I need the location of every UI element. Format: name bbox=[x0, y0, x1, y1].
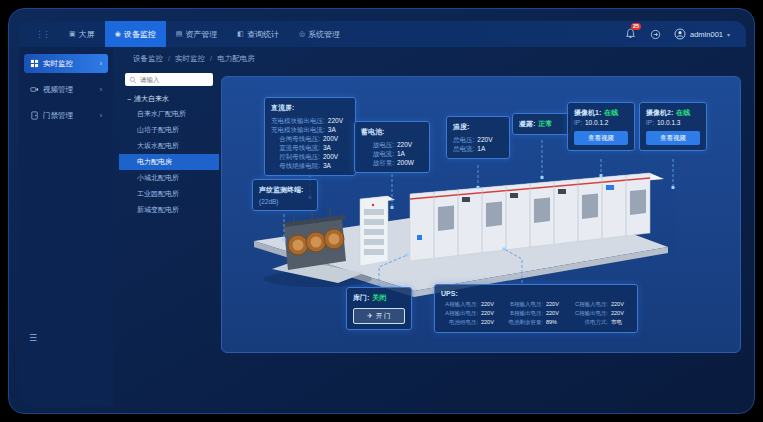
field-label: 充电模块输出电流: bbox=[271, 125, 325, 134]
tree-item[interactable]: 小城北配电所 bbox=[119, 170, 219, 186]
nav-item-system[interactable]: ◎ 系统管理 bbox=[289, 21, 350, 47]
caret-down-icon: ▾ bbox=[727, 31, 730, 38]
collapse-icon: − bbox=[127, 96, 131, 103]
field-value: 1A bbox=[397, 149, 423, 158]
status-badge: 正常 bbox=[538, 119, 552, 129]
user-menu[interactable]: admin001 ▾ bbox=[674, 28, 730, 40]
breadcrumb-item[interactable]: 设备监控 bbox=[133, 54, 163, 64]
notifications-button[interactable]: 25 bbox=[625, 28, 637, 40]
door-panel: 库门: 关闭 ✈ 开 门 bbox=[346, 287, 412, 330]
station-tree: − 浦大自来水 自来水厂配电所 山培子配电所 大坂水配电所 电力配电房 小城北配… bbox=[119, 67, 219, 353]
username: admin001 bbox=[690, 30, 723, 39]
camera1-panel: 摄像机1: 在线 IP:10.0.1.2 查看视频 bbox=[567, 102, 635, 151]
top-navbar: ⋮⋮ ▣ 大屏 ◉ 设备监控 ▤ 资产管理 ◧ 查询统计 ◎ 系统管理 25 bbox=[19, 21, 746, 47]
sidebar: 实时监控 › 视频管理 › 门禁管理 › ☰ bbox=[19, 47, 113, 407]
nav-label: 设备监控 bbox=[124, 29, 156, 40]
ip-label: IP: bbox=[646, 118, 654, 128]
panel-title: UPS: bbox=[441, 290, 631, 297]
field-value: 220V bbox=[481, 300, 501, 309]
field-value: 市电 bbox=[611, 318, 631, 327]
field-label: 供电方式: bbox=[571, 318, 608, 327]
open-door-button[interactable]: ✈ 开 门 bbox=[353, 308, 405, 324]
monitor-icon: ◉ bbox=[115, 30, 121, 38]
sidebar-item-label: 实时监控 bbox=[43, 59, 73, 69]
door-open-icon: ✈ bbox=[367, 312, 372, 321]
field-value: 220V bbox=[477, 135, 503, 144]
field-value: 220V bbox=[481, 309, 501, 318]
ip-value: 10.0.1.3 bbox=[657, 118, 681, 128]
field-value: 220V bbox=[328, 116, 349, 125]
breadcrumb-item: 电力配电房 bbox=[210, 54, 255, 64]
temperature-panel: 温度: 总电压:220V 总电流:1A bbox=[446, 116, 510, 159]
field-label: B相输入电压: bbox=[506, 300, 543, 309]
dc-screen-panel: 直流屏: 充电模块输出电压:220V 充电模块输出电流:3A 合闸母线电压:20… bbox=[264, 97, 356, 176]
sidebar-item-video-management[interactable]: 视频管理 › bbox=[24, 80, 108, 99]
field-label: 放电流: bbox=[361, 149, 394, 158]
field-label: A相输入电压: bbox=[441, 300, 478, 309]
tree-root-node[interactable]: − 浦大自来水 bbox=[119, 94, 219, 104]
field-label: 总电压: bbox=[453, 135, 474, 144]
tree-item-active[interactable]: 电力配电房 bbox=[119, 154, 219, 170]
field-label: 控制母线电压: bbox=[271, 152, 320, 161]
sidebar-item-label: 门禁管理 bbox=[43, 111, 73, 121]
panel-title: 凝露: bbox=[519, 119, 535, 129]
panel-title: 摄像机2: bbox=[646, 108, 673, 118]
app-window: ⋮⋮ ▣ 大屏 ◉ 设备监控 ▤ 资产管理 ◧ 查询统计 ◎ 系统管理 25 bbox=[8, 8, 755, 414]
panel-title: 蓄电池: bbox=[361, 127, 423, 137]
sidebar-collapse-button[interactable]: ☰ bbox=[29, 333, 37, 343]
chevron-right-icon: › bbox=[100, 86, 102, 93]
nav-item-assets[interactable]: ▤ 资产管理 bbox=[166, 21, 228, 47]
search-input[interactable] bbox=[140, 76, 209, 83]
field-value: 220V bbox=[481, 318, 501, 327]
field-value: 89% bbox=[546, 318, 566, 327]
sidebar-item-access-control[interactable]: 门禁管理 › bbox=[24, 106, 108, 125]
search-icon bbox=[129, 76, 137, 84]
panel-title: 温度: bbox=[453, 122, 503, 132]
condensation-panel: 凝露: 正常 bbox=[512, 113, 572, 135]
field-value: 220V bbox=[611, 309, 631, 318]
field-label: 充电模块输出电压: bbox=[271, 116, 325, 125]
notification-badge: 25 bbox=[631, 23, 641, 30]
field-label: 电池剩余容量: bbox=[506, 318, 543, 327]
field-label: B相输出电压: bbox=[506, 309, 543, 318]
ups-panel: UPS: A相输入电压:220V B相输入电压:220V C相输入电压:220V… bbox=[434, 284, 638, 333]
nav-item-device-monitor[interactable]: ◉ 设备监控 bbox=[105, 21, 166, 47]
grid-monitor-icon bbox=[30, 59, 39, 68]
ip-value: 10.0.1.2 bbox=[585, 118, 609, 128]
field-label: 放容量: bbox=[361, 158, 394, 167]
sidebar-item-realtime-monitor[interactable]: 实时监控 › bbox=[24, 54, 108, 73]
breadcrumb: 设备监控 实时监控 电力配电房 bbox=[133, 54, 255, 64]
panel-title: 库门: bbox=[353, 293, 369, 303]
chevron-right-icon: › bbox=[100, 112, 102, 119]
field-label: 电池组电压: bbox=[441, 318, 478, 327]
field-value: 3A bbox=[328, 125, 349, 134]
nav-item-bigscreen[interactable]: ▣ 大屏 bbox=[59, 21, 105, 47]
ip-label: IP: bbox=[574, 118, 582, 128]
field-label: C相输出电压: bbox=[571, 309, 608, 318]
video-camera-icon bbox=[30, 85, 39, 94]
field-value: 3A bbox=[323, 161, 349, 170]
panel-title: 摄像机1: bbox=[574, 108, 601, 118]
panel-title: 声纹监测终端: bbox=[259, 185, 311, 195]
tree-item[interactable]: 新城变配电所 bbox=[119, 202, 219, 218]
tree-item[interactable]: 大坂水配电所 bbox=[119, 138, 219, 154]
field-label: 母线绝缘电阻: bbox=[271, 161, 320, 170]
nav-item-query-stats[interactable]: ◧ 查询统计 bbox=[227, 21, 289, 47]
tree-item[interactable]: 工业园配电所 bbox=[119, 186, 219, 202]
tree-item[interactable]: 自来水厂配电所 bbox=[119, 106, 219, 122]
view-video-button[interactable]: 查看视频 bbox=[574, 131, 628, 145]
logout-icon[interactable] bbox=[650, 29, 661, 40]
field-value: 220V bbox=[546, 309, 566, 318]
chevron-right-icon: › bbox=[100, 60, 102, 67]
tree-item[interactable]: 山培子配电所 bbox=[119, 122, 219, 138]
breadcrumb-item[interactable]: 实时监控 bbox=[168, 54, 205, 64]
view-video-button[interactable]: 查看视频 bbox=[646, 131, 700, 145]
noise-monitor-panel: 声纹监测终端: (22dB) bbox=[252, 179, 318, 211]
field-label: A相输出电压: bbox=[441, 309, 478, 318]
battery-panel: 蓄电池: 放电压:220V 放电流:1A 放容量:200W bbox=[354, 121, 430, 173]
tree-root-label: 浦大自来水 bbox=[134, 94, 169, 104]
nav-label: 系统管理 bbox=[308, 29, 340, 40]
field-value: 220V bbox=[611, 300, 631, 309]
avatar bbox=[674, 28, 686, 40]
field-value: 200V bbox=[323, 134, 349, 143]
